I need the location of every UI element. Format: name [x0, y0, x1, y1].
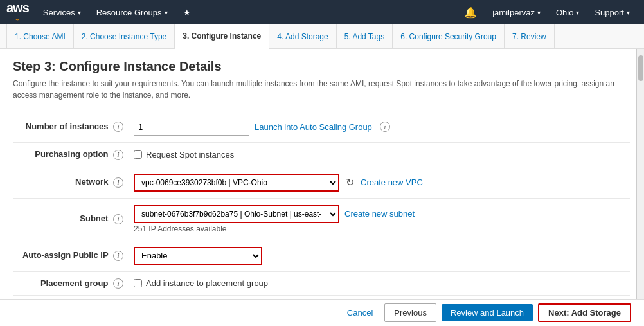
favorites-nav[interactable]: ★ — [175, 0, 199, 24]
placement-group-checkbox-text: Add instance to placement group — [146, 278, 268, 288]
subnet-select[interactable]: subnet-0676b3f7b9d62ba75 | Ohio-Subnet |… — [134, 205, 339, 223]
placement-group-info-icon[interactable]: i — [113, 278, 123, 289]
main-content: Step 3: Configure Instance Details Confi… — [0, 49, 644, 326]
resource-groups-nav[interactable]: Resource Groups ▾ — [89, 0, 175, 24]
create-vpc-link[interactable]: Create new VPC — [361, 177, 423, 187]
region-menu[interactable]: Ohio ▾ — [548, 0, 587, 24]
support-menu[interactable]: Support ▾ — [587, 0, 638, 24]
cancel-button[interactable]: Cancel — [341, 304, 379, 321]
subnet-label: Subnet — [80, 213, 108, 223]
aws-logo: aws ⌣ — [6, 1, 29, 23]
auto-assign-ip-row: Auto-assign Public IP i Enable Disable U… — [13, 240, 630, 271]
page-title: Step 3: Configure Instance Details — [13, 59, 631, 74]
network-info-icon[interactable]: i — [113, 177, 123, 188]
user-menu[interactable]: jamilpervaz ▾ — [485, 0, 548, 24]
tab-configure-instance[interactable]: 3. Configure Instance — [175, 24, 269, 49]
region-chevron: ▾ — [576, 9, 579, 16]
placement-group-row: Placement group i Add instance to placem… — [13, 271, 630, 296]
num-instances-input[interactable] — [134, 118, 249, 136]
num-instances-row: Number of instances i Launch into Auto S… — [13, 111, 630, 143]
region-label: Ohio — [556, 8, 573, 17]
page-description: Configure the instance to suit your requ… — [13, 78, 630, 101]
scrollbar[interactable] — [636, 49, 644, 326]
num-instances-controls: Launch into Auto Scaling Group i — [134, 118, 625, 136]
previous-button[interactable]: Previous — [384, 303, 436, 322]
network-label: Network — [75, 177, 108, 186]
num-instances-label: Number of instances — [26, 122, 109, 131]
subnet-ip-info: 251 IP Addresses available — [134, 224, 625, 233]
scroll-thumb — [638, 55, 643, 81]
services-nav[interactable]: Services ▾ — [35, 0, 89, 24]
placement-group-label: Placement group — [40, 278, 108, 288]
auto-assign-ip-select[interactable]: Enable Disable Use subnet setting — [134, 247, 262, 265]
aws-logo-text: aws — [6, 1, 29, 15]
network-controls: vpc-0069ce3930273bf0b | VPC-Ohio ↻ Creat… — [134, 174, 625, 192]
auto-scaling-info-icon[interactable]: i — [380, 122, 390, 132]
tab-choose-instance-type[interactable]: 2. Choose Instance Type — [74, 24, 175, 49]
subnet-wrapper: subnet-0676b3f7b9d62ba75 | Ohio-Subnet |… — [134, 205, 625, 233]
footer: Cancel Previous Review and Launch Next: … — [0, 299, 644, 326]
purchasing-option-controls: Request Spot instances — [134, 150, 625, 159]
user-chevron: ▾ — [537, 9, 541, 16]
services-chevron: ▾ — [78, 9, 81, 16]
subnet-info-icon[interactable]: i — [113, 214, 123, 224]
spot-instances-checkbox-label[interactable]: Request Spot instances — [134, 150, 234, 159]
tab-add-tags[interactable]: 5. Add Tags — [337, 24, 393, 49]
wizard-tabs: 1. Choose AMI 2. Choose Instance Type 3.… — [0, 24, 644, 49]
network-refresh-button[interactable]: ↻ — [344, 176, 355, 188]
tab-choose-ami[interactable]: 1. Choose AMI — [6, 24, 74, 49]
star-icon: ★ — [183, 8, 191, 17]
subnet-row: Subnet i subnet-0676b3f7b9d62ba75 | Ohio… — [13, 198, 630, 240]
auto-assign-ip-label: Auto-assign Public IP — [22, 250, 108, 260]
purchasing-option-info-icon[interactable]: i — [113, 150, 123, 160]
bell-icon: 🔔 — [464, 6, 477, 19]
create-subnet-link[interactable]: Create new subnet — [344, 209, 415, 219]
auto-assign-ip-controls: Enable Disable Use subnet setting — [134, 247, 625, 265]
num-instances-info-icon[interactable]: i — [113, 122, 123, 132]
placement-group-controls: Add instance to placement group — [134, 278, 625, 288]
bell-button[interactable]: 🔔 — [456, 0, 485, 24]
purchasing-option-label: Purchasing option — [35, 149, 108, 159]
tab-add-storage[interactable]: 4. Add Storage — [269, 24, 336, 49]
aws-smile-icon: ⌣ — [6, 15, 29, 23]
auto-assign-ip-info-icon[interactable]: i — [113, 251, 123, 261]
purchasing-option-row: Purchasing option i Request Spot instanc… — [13, 143, 630, 167]
resource-groups-chevron: ▾ — [165, 9, 168, 16]
review-and-launch-button[interactable]: Review and Launch — [442, 304, 533, 321]
placement-group-checkbox-label[interactable]: Add instance to placement group — [134, 278, 268, 288]
subnet-controls: subnet-0676b3f7b9d62ba75 | Ohio-Subnet |… — [134, 205, 625, 223]
support-label: Support — [595, 8, 624, 17]
services-label: Services — [43, 8, 75, 17]
network-row: Network i vpc-0069ce3930273bf0b | VPC-Oh… — [13, 167, 630, 198]
network-select[interactable]: vpc-0069ce3930273bf0b | VPC-Ohio — [134, 174, 339, 192]
support-chevron: ▾ — [627, 9, 630, 16]
spot-instances-checkbox[interactable] — [134, 150, 142, 159]
user-label: jamilpervaz — [492, 8, 535, 17]
tab-review[interactable]: 7. Review — [505, 24, 555, 49]
top-nav: aws ⌣ Services ▾ Resource Groups ▾ ★ 🔔 j… — [0, 0, 644, 24]
resource-groups-label: Resource Groups — [96, 8, 162, 17]
tab-configure-security-group[interactable]: 6. Configure Security Group — [393, 24, 505, 49]
auto-scaling-link[interactable]: Launch into Auto Scaling Group — [255, 122, 372, 132]
form-table: Number of instances i Launch into Auto S… — [13, 111, 630, 326]
placement-group-checkbox[interactable] — [134, 279, 142, 287]
nav-right: 🔔 jamilpervaz ▾ Ohio ▾ Support ▾ — [456, 0, 638, 24]
spot-instances-label: Request Spot instances — [146, 150, 234, 159]
next-add-storage-button[interactable]: Next: Add Storage — [538, 303, 631, 322]
